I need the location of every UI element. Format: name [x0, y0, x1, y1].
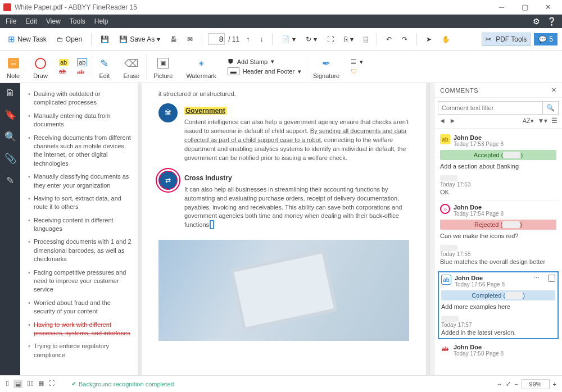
menu-edit[interactable]: Edit: [25, 17, 37, 25]
cross-paragraph: It can also help all businesses in strea…: [184, 185, 409, 230]
pdf-tools-button[interactable]: ✂ PDF Tools: [482, 33, 531, 46]
outline-item[interactable]: Processing documents with 1 and 2 dimens…: [28, 235, 132, 266]
attachments-tab-icon[interactable]: 📎: [4, 153, 16, 165]
highlight-tool[interactable]: ab: [59, 59, 68, 66]
page-down-button[interactable]: ↓: [256, 33, 266, 45]
draw-tool[interactable]: Draw: [26, 54, 55, 79]
chevron-down-icon: ▾: [157, 35, 160, 43]
highlight-icon: ab: [59, 59, 68, 66]
page-up-button[interactable]: ↑: [243, 33, 253, 45]
save-button[interactable]: 💾: [97, 33, 112, 45]
undo-button[interactable]: ↶: [383, 33, 395, 45]
comment-filter-input[interactable]: [438, 102, 542, 114]
view-continuous-icon[interactable]: ⬓: [13, 380, 22, 388]
folder-icon: 🗀: [57, 35, 64, 43]
fit-page-icon[interactable]: ⤢: [506, 380, 511, 388]
outline-item[interactable]: Facing competitive pressures and need to…: [28, 266, 132, 297]
rotate-button[interactable]: ↻▾: [302, 33, 320, 45]
zoom-value[interactable]: 99%: [522, 379, 550, 389]
zoom-out-icon[interactable]: −: [514, 381, 518, 388]
pages-tab-icon[interactable]: 🗎: [6, 88, 15, 99]
comment-item[interactable]: ab John DoeToday 17:53 Page 8 Accepted (…: [438, 131, 559, 200]
note-tool[interactable]: ☰Note: [0, 54, 26, 79]
check-icon: ✔: [71, 380, 76, 388]
menu-tools[interactable]: Tools: [70, 17, 85, 25]
status-rejected: Rejected ( ): [440, 220, 556, 230]
view-thumb-icon[interactable]: ▦: [38, 380, 44, 388]
comment-item[interactable]: ab John DoeToday 17:58 Page 8: [438, 340, 559, 361]
outline-item[interactable]: Manually classifying documents as they e…: [28, 170, 132, 192]
mail-button[interactable]: ✉: [184, 33, 196, 45]
underline-icon: ab: [77, 58, 87, 66]
watermark-tool[interactable]: ◈Watermark: [179, 54, 223, 79]
sort-button[interactable]: AZ▾: [523, 117, 534, 124]
redo-button[interactable]: ↷: [398, 33, 411, 45]
view-full-icon[interactable]: ⛶: [48, 380, 55, 388]
more-icon[interactable]: ⋯: [533, 275, 540, 282]
close-comments-icon[interactable]: ✕: [551, 86, 557, 94]
minimize-button[interactable]: ─: [491, 3, 512, 11]
underline-tool[interactable]: ab: [77, 58, 87, 66]
sig-opt-2[interactable]: 🛡: [351, 68, 363, 75]
view-facing-icon[interactable]: ▯▯: [27, 380, 34, 388]
gear-icon[interactable]: ⚙: [533, 17, 540, 26]
extract-button[interactable]: ⎘▾: [341, 33, 357, 45]
outline-item[interactable]: Receiving content in different languages: [28, 214, 132, 236]
add-stamp-button[interactable]: ⛊Add Stamp▾: [228, 58, 301, 65]
menu-help[interactable]: Help: [94, 17, 108, 25]
outline-item[interactable]: Manually entering data from documents: [28, 110, 132, 131]
next-comment-icon[interactable]: ►: [450, 117, 456, 125]
outline-item[interactable]: Trying to enforce regulatory compliance: [28, 340, 132, 362]
search-icon[interactable]: 🔍: [542, 102, 558, 114]
lines-icon: ☰: [351, 58, 356, 66]
filter-icon[interactable]: ▼▾: [537, 117, 547, 125]
strike-red-tool[interactable]: ab: [77, 69, 87, 75]
scan-button[interactable]: ⌸: [360, 33, 371, 45]
strike2-icon: ab: [77, 69, 84, 75]
expand-icon[interactable]: ☰: [551, 117, 558, 125]
intro-tail: it structured or unstructured.: [158, 90, 409, 99]
outline-item[interactable]: Having to work with different processes,…: [28, 318, 132, 340]
fit-width-icon[interactable]: ↔: [496, 381, 502, 388]
prev-comment-icon[interactable]: ◄: [439, 117, 446, 125]
print-button[interactable]: 🖶: [167, 33, 180, 45]
close-button[interactable]: ✕: [537, 3, 559, 11]
page-scrollbar[interactable]: [429, 83, 434, 375]
outline-item[interactable]: Having to sort, extract data, and route …: [28, 192, 132, 214]
saveas-button[interactable]: 💾Save As▾: [116, 33, 164, 45]
crop-button[interactable]: ⛶: [324, 33, 337, 45]
menu-view[interactable]: View: [46, 17, 61, 25]
strike-tool[interactable]: ab: [59, 68, 68, 75]
document-page[interactable]: it structured or unstructured. 🏛 Governm…: [142, 83, 426, 375]
header-footer-button[interactable]: ▬Header and Footer▾: [228, 67, 301, 75]
comment-item[interactable]: ○ John DoeToday 17:54 Page 8 Rejected ( …: [438, 200, 559, 270]
comment-count-button[interactable]: 💬 5: [534, 33, 558, 45]
government-heading: Government: [184, 107, 226, 115]
maximize-button[interactable]: ▢: [514, 3, 536, 11]
comment-item-selected[interactable]: ab John DoeToday 17:56 Page 8 ⋯ Complete…: [438, 271, 559, 339]
help-icon[interactable]: ❔: [547, 17, 556, 26]
signatures-tab-icon[interactable]: ✎: [6, 175, 14, 186]
add-page-button[interactable]: 📄▾: [278, 33, 299, 45]
new-task-button[interactable]: ⊞ New Task: [4, 32, 50, 47]
menu-file[interactable]: File: [6, 17, 16, 25]
page-input[interactable]: [208, 33, 225, 45]
open-button[interactable]: 🗀 Open: [53, 33, 85, 45]
outline-item[interactable]: Dealing with outdated or complicated pro…: [28, 88, 132, 110]
outline-item[interactable]: Worried about fraud and the security of …: [28, 297, 132, 318]
zoom-in-icon[interactable]: +: [553, 381, 556, 388]
bookmarks-tab-icon[interactable]: 🔖: [4, 109, 16, 121]
comment-checkbox[interactable]: [548, 275, 555, 282]
hand-icon: ✋: [442, 35, 450, 43]
view-single-icon[interactable]: ▯: [6, 380, 9, 388]
picture-tool[interactable]: ▣Picture: [147, 54, 179, 79]
sig-opt-1[interactable]: ☰▾: [351, 58, 363, 66]
outline-item[interactable]: Receiving documents from different chann…: [28, 131, 132, 171]
erase-tool[interactable]: ⌫Erase: [116, 54, 146, 79]
stamp-icon: ⛊: [228, 58, 234, 65]
signature-tool[interactable]: ✒Signature: [306, 54, 346, 79]
pointer-tool[interactable]: ➤: [423, 33, 435, 45]
search-tab-icon[interactable]: 🔍: [4, 131, 16, 143]
hand-tool[interactable]: ✋: [438, 33, 454, 45]
edit-tool[interactable]: ✎Edit: [92, 54, 116, 79]
